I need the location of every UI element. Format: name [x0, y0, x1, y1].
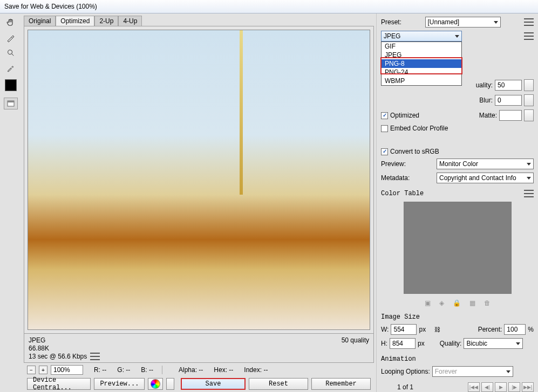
preview-tabs: Original Optimized 2-Up 4-Up: [24, 16, 374, 26]
matte-label: Matte:: [479, 112, 497, 119]
readout-index: Index: --: [244, 366, 268, 374]
prev-frame-button: ◀|: [481, 382, 493, 392]
center-column: Original Optimized 2-Up 4-Up JPEG 50 qua…: [22, 13, 376, 392]
canvas-container: [24, 26, 374, 334]
preview-image: [28, 30, 370, 329]
eyedropper-tool-icon[interactable]: [4, 62, 18, 74]
reset-button[interactable]: Reset: [249, 378, 308, 390]
looping-combo: Forever: [432, 366, 513, 377]
last-frame-button: ▶▶|: [522, 382, 534, 392]
device-central-button[interactable]: Device Central...: [27, 378, 91, 390]
format-option-gif[interactable]: GIF: [382, 42, 461, 51]
format-option-png24[interactable]: PNG-24: [382, 68, 461, 77]
ct-icon-1[interactable]: ▣: [425, 299, 431, 307]
image-size-label: Image Size: [381, 313, 534, 321]
preset-flyout-icon[interactable]: [524, 18, 534, 26]
embed-color-profile-label: Embed Color Profile: [390, 125, 448, 132]
info-speed: 13 sec @ 56.6 Kbps: [29, 353, 87, 360]
preset-value: [Unnamed]: [428, 18, 460, 26]
looping-label: Looping Options:: [381, 368, 430, 375]
tab-optimized[interactable]: Optimized: [56, 16, 94, 26]
hand-tool-icon[interactable]: [4, 17, 18, 29]
zoom-in-button[interactable]: +: [39, 366, 47, 374]
resample-quality-combo[interactable]: Bicubic: [464, 338, 523, 349]
svg-rect-2: [8, 101, 14, 102]
blur-popup-button[interactable]: [524, 94, 534, 106]
preview-canvas[interactable]: [28, 30, 370, 330]
color-table[interactable]: [404, 202, 512, 294]
browser-icon: [151, 379, 160, 389]
optimized-label: Optimized: [390, 112, 419, 119]
preset-combo[interactable]: [Unnamed]: [425, 17, 501, 27]
width-px: px: [419, 326, 426, 333]
convert-srgb-label: Convert to sRGB: [390, 148, 439, 155]
preview-value: Monitor Color: [439, 160, 478, 168]
readout-g: G: --: [117, 366, 130, 374]
format-dropdown-list: GIF JPEG PNG-8 PNG-24 WBMP: [381, 42, 462, 86]
ct-trash-icon[interactable]: 🗑: [484, 299, 491, 307]
width-label: W:: [381, 326, 389, 333]
height-px: px: [418, 340, 425, 347]
percent-label: Percent:: [478, 326, 502, 333]
info-quality: 50 quality: [342, 336, 369, 344]
constrain-proportions-icon[interactable]: ⛓: [434, 326, 440, 333]
preview-browser-dropdown[interactable]: [166, 378, 174, 390]
matte-dropdown-button[interactable]: [524, 109, 534, 121]
remember-button[interactable]: Remember: [311, 378, 371, 390]
resample-quality-value: Bicubic: [466, 340, 487, 347]
height-input[interactable]: 854: [390, 338, 416, 349]
readout-b: B: --: [141, 366, 153, 374]
ct-icon-2[interactable]: ◈: [439, 299, 444, 307]
info-flyout-icon[interactable]: [90, 353, 100, 360]
metadata-combo[interactable]: Copyright and Contact Info: [437, 173, 534, 183]
slice-visibility-toggle[interactable]: [4, 98, 18, 109]
color-table-flyout-icon[interactable]: [524, 190, 534, 197]
save-button[interactable]: Save: [181, 378, 246, 390]
readout-hex: Hex: --: [214, 366, 233, 374]
quality-popup-button[interactable]: [524, 79, 534, 91]
percent-sym: %: [528, 326, 534, 333]
right-panel: Preset: [Unnamed] JPEG GIF JPEG PNG-8 PN…: [376, 13, 538, 392]
width-input[interactable]: 554: [391, 324, 417, 335]
color-table-label: Color Table: [381, 190, 424, 197]
format-combo[interactable]: JPEG: [381, 31, 462, 42]
format-flyout-icon[interactable]: [524, 32, 534, 40]
preview-button[interactable]: Preview...: [94, 378, 145, 390]
format-option-wbmp[interactable]: WBMP: [382, 77, 461, 85]
tab-4up[interactable]: 4-Up: [118, 16, 142, 26]
tab-original[interactable]: Original: [24, 16, 56, 26]
info-size: 66.88K: [29, 345, 369, 352]
optimized-checkbox[interactable]: [381, 112, 388, 119]
zoom-out-button[interactable]: −: [27, 366, 36, 374]
format-option-png8[interactable]: PNG-8: [382, 59, 461, 68]
blur-input[interactable]: 0: [495, 95, 522, 106]
readout-r: R: --: [94, 366, 106, 374]
color-table-icon-row: ▣ ◈ 🔒 ▦ 🗑: [381, 299, 534, 307]
left-toolstrip: [0, 13, 22, 392]
resample-quality-label: Quality:: [440, 340, 462, 347]
ct-new-icon[interactable]: ▦: [469, 299, 475, 307]
percent-input[interactable]: 100: [504, 324, 526, 335]
zoom-tool-icon[interactable]: [4, 47, 18, 59]
blur-label: Blur:: [479, 97, 493, 104]
slice-tool-icon[interactable]: [4, 32, 18, 44]
info-format: JPEG: [29, 336, 45, 344]
window-title: Save for Web & Devices (100%): [4, 3, 97, 10]
ct-lock-icon[interactable]: 🔒: [453, 299, 461, 307]
svg-point-0: [8, 50, 12, 54]
matte-swatch[interactable]: [499, 110, 522, 121]
tab-2up[interactable]: 2-Up: [94, 16, 118, 26]
convert-srgb-checkbox[interactable]: [381, 148, 388, 155]
embed-color-profile-checkbox[interactable]: [381, 125, 388, 132]
format-option-jpeg[interactable]: JPEG: [382, 51, 461, 59]
preview-browser-button[interactable]: [148, 378, 163, 390]
zoom-level-combo[interactable]: 100%: [51, 365, 83, 375]
metadata-label: Metadata:: [381, 174, 410, 182]
foreground-color-swatch[interactable]: [5, 79, 17, 91]
frame-readout: 1 of 1: [381, 383, 413, 391]
next-frame-button: |▶: [508, 382, 520, 392]
preview-combo[interactable]: Monitor Color: [437, 159, 534, 169]
zoom-level-value: 100%: [53, 366, 70, 374]
quality-input[interactable]: 50: [495, 80, 522, 91]
preview-label: Preview:: [381, 160, 406, 168]
